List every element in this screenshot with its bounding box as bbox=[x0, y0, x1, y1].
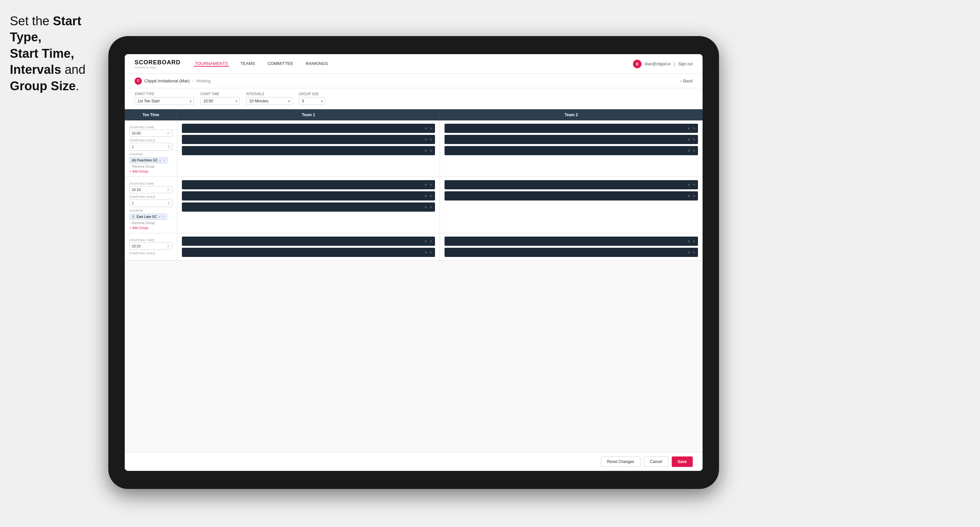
starting-hole-value-2: 1 ▲▼ bbox=[129, 199, 172, 207]
group-size-select[interactable]: 3 bbox=[299, 97, 325, 105]
player-x-1-1[interactable]: ✕ bbox=[425, 127, 427, 130]
breadcrumb-tournament[interactable]: Clippd Invitational (Mar) bbox=[145, 78, 189, 83]
player-edit-5-2[interactable]: ✎ bbox=[430, 251, 433, 254]
player-edit-3-3[interactable]: ✎ bbox=[430, 205, 433, 209]
start-time-wrapper: 10:00 bbox=[200, 97, 240, 105]
player-x-2-1[interactable]: ✕ bbox=[687, 127, 690, 130]
player-x-4-1[interactable]: ✕ bbox=[687, 183, 690, 187]
remove-icon-1: ○ bbox=[129, 165, 131, 168]
add-icon-1: + bbox=[129, 170, 131, 173]
team1-col-2: ✕ ✎ ✕ ✎ ✕ ✎ bbox=[177, 177, 440, 233]
player-x-6-1[interactable]: ✕ bbox=[687, 240, 690, 243]
nav-links: TOURNAMENTS TEAMS COMMITTEE RANKINGS bbox=[194, 61, 633, 67]
starting-time-label-2: STARTING TIME: bbox=[129, 182, 172, 186]
logo-sub: Powered by clippd bbox=[135, 66, 181, 69]
separator: | bbox=[674, 62, 675, 66]
intervals-group: Intervals 10 Minutes bbox=[246, 92, 292, 105]
player-edit-4-2[interactable]: ✎ bbox=[693, 194, 695, 198]
player-row-4-2: ✕ ✎ bbox=[444, 191, 698, 200]
sign-out-link[interactable]: Sign out bbox=[678, 62, 693, 66]
player-edit-2-1[interactable]: ✎ bbox=[693, 127, 695, 130]
team1-col-3: ✕ ✎ ✕ ✎ bbox=[177, 233, 440, 260]
course-tag-2: 🏌 East Lake GC ✕ ✎ bbox=[129, 214, 167, 220]
back-button[interactable]: ‹ Back bbox=[681, 78, 693, 83]
player-edit-6-1[interactable]: ✎ bbox=[693, 240, 695, 243]
course-edit-1[interactable]: ✎ bbox=[163, 159, 165, 162]
hole-stepper-2[interactable]: ▲▼ bbox=[168, 201, 170, 205]
cancel-button[interactable]: Cancel bbox=[644, 456, 668, 467]
start-time-select[interactable]: 10:00 bbox=[200, 97, 240, 105]
clock-icon-3: ⏱ bbox=[167, 244, 170, 248]
player-edit-2-3[interactable]: ✎ bbox=[693, 149, 695, 152]
player-x-5-2[interactable]: ✕ bbox=[425, 251, 427, 254]
starting-hole-value-1: 1 ▲▼ bbox=[129, 143, 172, 151]
clock-icon-2: ⏱ bbox=[167, 188, 170, 192]
add-group-2[interactable]: + Add Group bbox=[129, 226, 172, 230]
clock-icon-1: ⏱ bbox=[167, 132, 170, 135]
player-row-3-1: ✕ ✎ bbox=[182, 180, 435, 189]
remove-group-2[interactable]: ○ Remove Group bbox=[129, 221, 172, 225]
starting-time-label-1: STARTING TIME: bbox=[129, 126, 172, 129]
header-team2: Team 2 bbox=[440, 109, 703, 121]
player-x-6-2[interactable]: ✕ bbox=[687, 251, 690, 254]
player-row-1-1: ✕ ✎ bbox=[182, 124, 435, 133]
player-edit-4-1[interactable]: ✎ bbox=[693, 183, 695, 187]
remove-group-1[interactable]: ○ Remove Group bbox=[129, 165, 172, 168]
player-edit-1-1[interactable]: ✎ bbox=[430, 127, 433, 130]
breadcrumb: C Clippd Invitational (Mar) › Hosting bbox=[135, 78, 211, 85]
remove-icon-2: ○ bbox=[129, 221, 131, 225]
add-group-1[interactable]: + Add Group bbox=[129, 170, 172, 173]
hole-stepper-1[interactable]: ▲▼ bbox=[168, 144, 170, 149]
starting-time-1: 10:00 bbox=[132, 131, 141, 135]
nav-link-teams[interactable]: TEAMS bbox=[239, 61, 256, 67]
starting-time-value-3: 10:20 ⏱ bbox=[129, 243, 172, 250]
nav-bar: SCOREBOARD Powered by clippd TOURNAMENTS… bbox=[125, 54, 703, 74]
table-header: Tee Time Team 1 Team 2 bbox=[125, 109, 703, 121]
player-x-1-3[interactable]: ✕ bbox=[425, 149, 427, 152]
back-label: Back bbox=[683, 78, 693, 83]
start-time-label: Start Time bbox=[200, 92, 240, 96]
nav-link-rankings[interactable]: RANKINGS bbox=[304, 61, 329, 67]
player-edit-6-2[interactable]: ✎ bbox=[693, 251, 695, 254]
reset-button[interactable]: Reset Changes bbox=[601, 456, 641, 467]
player-x-3-2[interactable]: ✕ bbox=[425, 194, 427, 198]
left-panel-3: STARTING TIME: 10:20 ⏱ STARTING HOLE: bbox=[125, 233, 177, 260]
starting-hole-label-3: STARTING HOLE: bbox=[129, 252, 172, 255]
instruction-bold4: Group Size bbox=[10, 79, 76, 93]
player-edit-3-1[interactable]: ✎ bbox=[430, 183, 433, 187]
intervals-select[interactable]: 10 Minutes bbox=[246, 97, 292, 105]
back-chevron: ‹ bbox=[681, 78, 682, 83]
player-edit-5-1[interactable]: ✎ bbox=[430, 240, 433, 243]
player-x-3-3[interactable]: ✕ bbox=[425, 205, 427, 209]
course-icon-2: 🏌 bbox=[132, 215, 135, 219]
controls-row: Start Type 1st Tee Start Start Time 10:0… bbox=[125, 88, 703, 109]
player-edit-3-2[interactable]: ✎ bbox=[430, 194, 433, 198]
player-edit-1-3[interactable]: ✎ bbox=[430, 149, 433, 152]
player-x-2-3[interactable]: ✕ bbox=[687, 149, 690, 152]
start-type-select[interactable]: 1st Tee Start bbox=[135, 97, 194, 105]
player-x-5-1[interactable]: ✕ bbox=[425, 240, 427, 243]
instruction-bold2: Start Time, bbox=[10, 47, 74, 60]
player-x-2-2[interactable]: ✕ bbox=[687, 138, 690, 141]
course-remove-2[interactable]: ✕ bbox=[158, 215, 161, 219]
nav-link-tournaments[interactable]: TOURNAMENTS bbox=[194, 61, 229, 67]
player-row-1-2: ✕ ✎ bbox=[182, 135, 435, 144]
course-remove-1[interactable]: ✕ bbox=[159, 159, 162, 162]
nav-link-committee[interactable]: COMMITTEE bbox=[266, 61, 294, 67]
starting-time-label-3: STARTING TIME: bbox=[129, 238, 172, 242]
player-edit-2-2[interactable]: ✎ bbox=[693, 138, 695, 141]
player-x-3-1[interactable]: ✕ bbox=[425, 183, 427, 187]
player-row-6-1: ✕ ✎ bbox=[444, 237, 698, 246]
course-edit-2[interactable]: ✎ bbox=[162, 215, 165, 219]
starting-hole-label-1: STARTING HOLE: bbox=[129, 139, 172, 142]
player-edit-1-2[interactable]: ✎ bbox=[430, 138, 433, 141]
player-x-4-2[interactable]: ✕ bbox=[687, 194, 690, 198]
player-x-1-2[interactable]: ✕ bbox=[425, 138, 427, 141]
breadcrumb-icon: C bbox=[135, 78, 142, 85]
player-row-1-3: ✕ ✎ bbox=[182, 146, 435, 155]
instruction-text: Set the Start Type, Start Time, Interval… bbox=[10, 13, 115, 94]
player-row-5-2: ✕ ✎ bbox=[182, 248, 435, 257]
save-button[interactable]: Save bbox=[672, 456, 693, 467]
starting-time-value-2: 10:10 ⏱ bbox=[129, 186, 172, 193]
player-row-5-1: ✕ ✎ bbox=[182, 237, 435, 246]
